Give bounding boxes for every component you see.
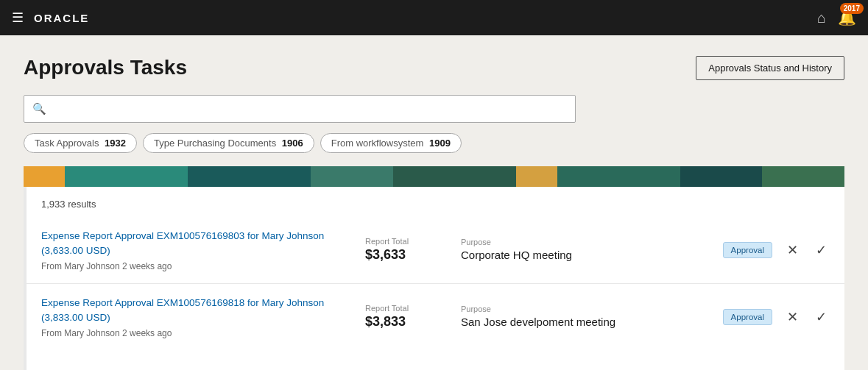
filter-chip-task-approvals[interactable]: Task Approvals 1932 bbox=[24, 133, 137, 153]
chip-label-2: From workflowsystem bbox=[331, 138, 424, 149]
chip-label-1: Type Purchasing Documents bbox=[154, 138, 276, 149]
amount-value-0: $3,633 bbox=[365, 247, 446, 263]
search-input[interactable] bbox=[24, 95, 576, 123]
chip-value-2: 1909 bbox=[426, 138, 451, 149]
chip-label-0: Task Approvals bbox=[35, 138, 99, 149]
results-area: 1,933 results Expense Report Approval EX… bbox=[24, 187, 844, 370]
decorative-banner bbox=[24, 166, 844, 187]
notification-badge: 2017 bbox=[840, 3, 864, 14]
purpose-label-0: Purpose bbox=[461, 238, 708, 246]
chip-value-1: 1906 bbox=[279, 138, 303, 149]
row-purpose-block-0: Purpose Corporate HQ meeting bbox=[461, 238, 723, 263]
notifications-button[interactable]: 🔔 2017 bbox=[838, 9, 856, 26]
oracle-logo: ORACLE bbox=[34, 12, 89, 24]
page-header: Approvals Tasks Approvals Status and His… bbox=[24, 56, 844, 80]
row-purpose-block-1: Purpose San Jose develpoment meeting bbox=[461, 305, 723, 330]
result-title-link-1[interactable]: Expense Report Approval EXM100576169818 … bbox=[41, 297, 324, 323]
main-content: Approvals Tasks Approvals Status and His… bbox=[0, 35, 868, 370]
search-icon: 🔍 bbox=[32, 102, 46, 115]
hamburger-icon[interactable]: ☰ bbox=[12, 10, 24, 26]
top-navigation: ☰ ORACLE ⌂ 🔔 2017 bbox=[0, 0, 868, 35]
results-count: 1,933 results bbox=[27, 187, 844, 217]
row-amount-block-0: Report Total $3,633 bbox=[365, 237, 461, 263]
approval-badge-0: Approval bbox=[723, 242, 772, 258]
result-subtitle-0: From Mary Johnson 2 weeks ago bbox=[41, 261, 350, 271]
filter-chip-purchasing-documents[interactable]: Type Purchasing Documents 1906 bbox=[143, 133, 314, 153]
filter-chip-workflowsystem[interactable]: From workflowsystem 1909 bbox=[320, 133, 462, 153]
result-subtitle-1: From Mary Johnson 2 weeks ago bbox=[41, 328, 350, 338]
topnav-right: ⌂ 🔔 2017 bbox=[817, 9, 856, 26]
search-container: 🔍 bbox=[24, 95, 844, 123]
filter-chips: Task Approvals 1932 Type Purchasing Docu… bbox=[24, 133, 844, 153]
row-amount-block-1: Report Total $3,833 bbox=[365, 304, 461, 330]
row-actions-0: Approval ✕ ✓ bbox=[723, 239, 830, 261]
approve-button-0[interactable]: ✓ bbox=[813, 239, 830, 261]
purpose-value-1: San Jose develpoment meeting bbox=[461, 315, 708, 330]
approvals-status-history-button[interactable]: Approvals Status and History bbox=[696, 56, 844, 80]
table-row: Expense Report Approval EXM100576169803 … bbox=[27, 217, 844, 284]
row-main-0: Expense Report Approval EXM100576169803 … bbox=[41, 229, 365, 271]
purpose-value-0: Corporate HQ meeting bbox=[461, 248, 708, 263]
amount-label-0: Report Total bbox=[365, 237, 446, 246]
table-row: Expense Report Approval EXM100576169818 … bbox=[27, 284, 844, 350]
amount-value-1: $3,833 bbox=[365, 314, 446, 330]
row-main-1: Expense Report Approval EXM100576169818 … bbox=[41, 296, 365, 338]
page-title: Approvals Tasks bbox=[24, 56, 187, 79]
chip-value-0: 1932 bbox=[102, 138, 126, 149]
amount-label-1: Report Total bbox=[365, 304, 446, 313]
purpose-label-1: Purpose bbox=[461, 305, 708, 313]
result-title-link-0[interactable]: Expense Report Approval EXM100576169803 … bbox=[41, 230, 324, 256]
approve-button-1[interactable]: ✓ bbox=[813, 306, 830, 328]
approval-badge-1: Approval bbox=[723, 309, 772, 325]
home-icon[interactable]: ⌂ bbox=[817, 10, 826, 26]
topnav-left: ☰ ORACLE bbox=[12, 10, 89, 26]
reject-button-1[interactable]: ✕ bbox=[784, 306, 801, 328]
reject-button-0[interactable]: ✕ bbox=[784, 239, 801, 261]
row-actions-1: Approval ✕ ✓ bbox=[723, 306, 830, 328]
